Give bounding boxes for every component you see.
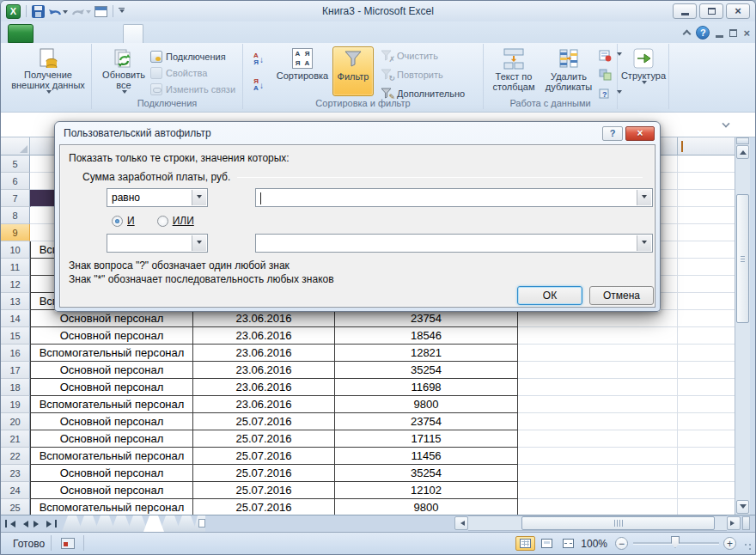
- cell-d[interactable]: 35254: [335, 362, 518, 379]
- help-icon[interactable]: ?: [696, 26, 710, 40]
- row-header[interactable]: 5: [1, 156, 30, 173]
- redo-button[interactable]: [71, 6, 91, 17]
- value2-combo[interactable]: [255, 234, 653, 253]
- cell-c[interactable]: 23.06.2016: [193, 396, 335, 413]
- cell-f[interactable]: [678, 207, 735, 224]
- row-header[interactable]: 7: [1, 190, 30, 207]
- ribbon-tab[interactable]: [247, 24, 267, 43]
- cell-d[interactable]: 23754: [335, 413, 518, 430]
- row-header[interactable]: 17: [1, 362, 30, 379]
- row-header[interactable]: 21: [1, 430, 30, 448]
- undo-button[interactable]: [48, 6, 68, 17]
- ok-button[interactable]: ОК: [517, 286, 582, 305]
- connections-button[interactable]: Подключения: [150, 49, 235, 64]
- cell-e[interactable]: [518, 345, 678, 362]
- cell-e[interactable]: [518, 448, 678, 465]
- cell-d[interactable]: 11698: [335, 379, 518, 396]
- cell-c[interactable]: 25.07.2016: [193, 465, 335, 482]
- ribbon-tab[interactable]: [8, 24, 34, 43]
- cell-d[interactable]: 9800: [335, 499, 518, 515]
- cell-d[interactable]: 9800: [335, 396, 518, 413]
- cell-b[interactable]: Основной персонал: [30, 327, 193, 345]
- excel-logo-icon[interactable]: X: [6, 4, 21, 19]
- radio-or[interactable]: ИЛИ: [157, 215, 194, 227]
- cell-f[interactable]: [678, 156, 735, 173]
- row-header[interactable]: 14: [1, 310, 30, 327]
- cell-e[interactable]: [518, 430, 678, 448]
- row-header[interactable]: 19: [1, 396, 30, 413]
- filter-button[interactable]: Фильтр: [332, 46, 374, 96]
- tab-split-handle[interactable]: [742, 516, 750, 530]
- cell-f[interactable]: [678, 327, 735, 345]
- cell-d[interactable]: 12102: [335, 482, 518, 499]
- cell-f[interactable]: [678, 190, 735, 207]
- cell-f[interactable]: [678, 465, 735, 482]
- cell-e[interactable]: [518, 465, 678, 482]
- radio-or-icon[interactable]: [157, 216, 168, 227]
- cell-e[interactable]: [518, 362, 678, 379]
- scroll-up-button[interactable]: [736, 145, 749, 159]
- radio-and[interactable]: И: [112, 215, 135, 227]
- collapse-ribbon-icon[interactable]: [683, 30, 692, 39]
- cell-f[interactable]: [678, 396, 735, 413]
- cell-f[interactable]: [678, 379, 735, 396]
- cell-c[interactable]: 25.07.2016: [193, 482, 335, 499]
- ribbon-tab[interactable]: [82, 24, 102, 43]
- cell-e[interactable]: [518, 327, 678, 345]
- workbook-minimize-icon[interactable]: [716, 35, 723, 38]
- outline-button[interactable]: Структура: [620, 46, 667, 96]
- ribbon-tab[interactable]: [40, 24, 61, 43]
- cell-c[interactable]: 23.06.2016: [193, 310, 335, 327]
- cell-b[interactable]: Вспомогательный персонал: [30, 345, 193, 362]
- prev-sheet-button[interactable]: [18, 518, 30, 530]
- cell-d[interactable]: 12821: [335, 345, 518, 362]
- dialog-close-button[interactable]: ×: [625, 126, 655, 141]
- cell-b[interactable]: Вспомогательный персонал: [30, 396, 193, 413]
- cell-e[interactable]: [518, 379, 678, 396]
- ribbon-tab[interactable]: [123, 24, 143, 43]
- workbook-close-icon[interactable]: ×: [743, 27, 750, 40]
- cell-b[interactable]: Основной персонал: [30, 310, 193, 327]
- cell-c[interactable]: 25.07.2016: [193, 413, 335, 430]
- cell-f[interactable]: [678, 345, 735, 362]
- close-button[interactable]: ×: [726, 3, 750, 19]
- cell-c[interactable]: 25.07.2016: [193, 499, 335, 515]
- row-header[interactable]: 13: [1, 293, 30, 310]
- sheet-tab[interactable]: [176, 515, 197, 532]
- row-header[interactable]: 9: [1, 224, 30, 241]
- workbook-restore-icon[interactable]: [729, 29, 737, 37]
- dialog-help-button[interactable]: ?: [602, 126, 623, 141]
- dropdown-button[interactable]: [192, 190, 206, 205]
- normal-view-button[interactable]: [515, 536, 535, 551]
- horizontal-scrollbar[interactable]: [454, 515, 750, 531]
- sheet-tab[interactable]: [143, 515, 164, 532]
- zoom-level[interactable]: 100%: [581, 538, 607, 550]
- cell-d[interactable]: 17115: [335, 430, 518, 448]
- sort-ascending-button[interactable]: АЯ↓: [248, 49, 269, 70]
- remove-duplicates-button[interactable]: Удалить дубликаты: [542, 46, 595, 96]
- zoom-slider-thumb[interactable]: [671, 536, 680, 548]
- row-header[interactable]: 24: [1, 482, 30, 499]
- cell-e[interactable]: [518, 482, 678, 499]
- value1-combo[interactable]: [255, 188, 653, 207]
- cell-c[interactable]: 23.06.2016: [193, 362, 335, 379]
- cell-b[interactable]: Основной персонал: [30, 482, 193, 499]
- sort-descending-button[interactable]: ЯА↓: [248, 75, 269, 95]
- dropdown-button[interactable]: [637, 235, 651, 251]
- vertical-scroll-thumb[interactable]: [736, 194, 749, 323]
- radio-and-icon[interactable]: [112, 216, 123, 227]
- qat-window-icon[interactable]: [94, 6, 107, 17]
- cell-e[interactable]: [518, 396, 678, 413]
- maximize-button[interactable]: [699, 3, 723, 19]
- cell-d[interactable]: 18546: [335, 327, 518, 345]
- resize-grip[interactable]: [743, 542, 753, 552]
- cell-c[interactable]: 25.07.2016: [193, 430, 335, 448]
- cell-f[interactable]: [678, 430, 735, 448]
- scroll-right-button[interactable]: [727, 516, 741, 530]
- cell-e[interactable]: [518, 499, 678, 515]
- operator1-combo[interactable]: равно: [107, 188, 208, 207]
- last-sheet-button[interactable]: [46, 518, 58, 530]
- refresh-all-button[interactable]: Обновить все: [99, 46, 149, 96]
- cell-e[interactable]: [518, 310, 678, 327]
- row-header[interactable]: 18: [1, 379, 30, 396]
